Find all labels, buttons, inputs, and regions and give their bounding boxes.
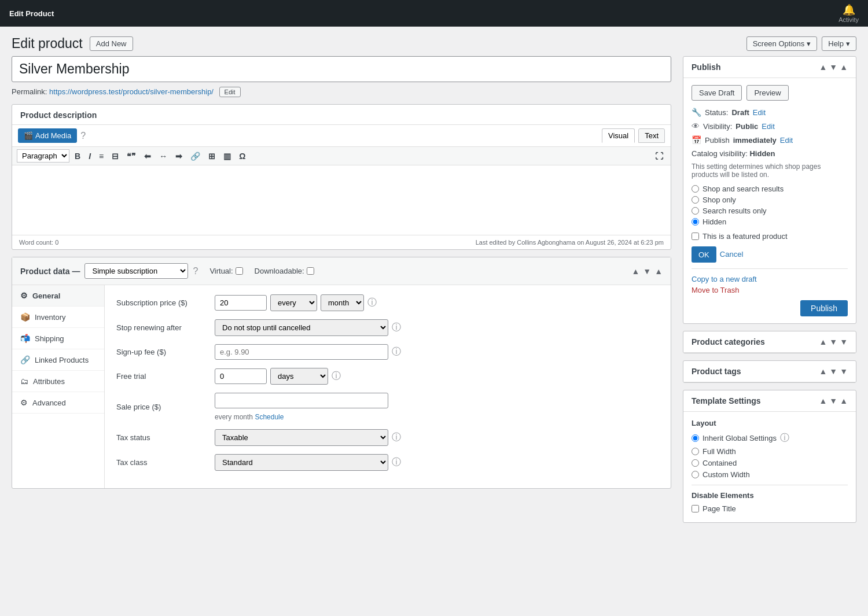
screen-options-button[interactable]: Screen Options ▾	[746, 36, 818, 51]
template-collapse-up[interactable]: ▲	[819, 396, 827, 405]
preview-button[interactable]: Preview	[746, 85, 788, 101]
downloadable-checkbox[interactable]	[307, 267, 314, 275]
paragraph-select[interactable]: Paragraph	[17, 149, 69, 163]
tab-advanced[interactable]: ⚙ Advanced	[12, 392, 104, 414]
tags-collapse-up[interactable]: ▲	[819, 367, 827, 376]
add-new-button[interactable]: Add New	[90, 36, 133, 51]
visual-tab[interactable]: Visual	[602, 128, 635, 143]
layout-full-width-radio[interactable]	[692, 448, 699, 455]
tax-status-label: Tax status	[116, 433, 209, 442]
product-data-tabs: ⚙ General 📦 Inventory 📬 Shipping 🔗 Linke…	[12, 285, 105, 488]
signup-fee-help-icon[interactable]: ⓘ	[392, 346, 401, 358]
cancel-link[interactable]: Cancel	[720, 246, 743, 263]
subscription-price-input[interactable]	[215, 295, 267, 311]
text-tab[interactable]: Text	[638, 128, 665, 143]
subscription-price-help-icon[interactable]: ⓘ	[367, 297, 377, 309]
align-right-button[interactable]: ➡	[172, 150, 185, 163]
publish-collapse-up[interactable]: ▲	[819, 62, 827, 72]
tab-inventory[interactable]: 📦 Inventory	[12, 307, 104, 328]
tab-attributes[interactable]: 🗂 Attributes	[12, 371, 104, 392]
layout-inherit-radio[interactable]	[692, 434, 699, 442]
link-button[interactable]: 🔗	[187, 150, 203, 163]
categories-collapse-up[interactable]: ▲	[819, 337, 827, 346]
add-media-button[interactable]: 🎬 Add Media	[18, 128, 77, 143]
tax-class-help-icon[interactable]: ⓘ	[392, 456, 401, 469]
unordered-list-button[interactable]: ≡	[96, 150, 106, 163]
tab-general[interactable]: ⚙ General	[12, 285, 104, 307]
bold-button[interactable]: B	[72, 150, 83, 163]
virtual-checkbox[interactable]	[236, 267, 243, 275]
ordered-list-button[interactable]: ⊟	[109, 150, 122, 163]
signup-fee-label: Sign-up fee ($)	[116, 348, 209, 356]
edit-permalink-button[interactable]: Edit	[219, 87, 241, 97]
radio-search-only-input[interactable]	[692, 207, 699, 215]
period-select[interactable]: month day week year	[321, 294, 364, 311]
publish-toggle[interactable]: ▲	[840, 62, 848, 72]
permalink-link[interactable]: https://wordpress.test/product/silver-me…	[49, 87, 214, 96]
categories-collapse-down[interactable]: ▼	[829, 337, 837, 346]
template-settings-body: Layout Inherit Global Settings ⓘ Full Wi…	[683, 412, 856, 522]
save-draft-button[interactable]: Save Draft	[692, 85, 742, 101]
italic-button[interactable]: I	[86, 150, 94, 163]
tags-collapse-down[interactable]: ▼	[829, 367, 837, 376]
stop-renewing-help-icon[interactable]: ⓘ	[392, 322, 401, 334]
collapse-down-button[interactable]: ▼	[643, 267, 651, 276]
toolbar-toggle-button[interactable]: ▥	[220, 150, 234, 163]
align-left-button[interactable]: ⬅	[141, 150, 154, 163]
editor-content[interactable]	[12, 165, 671, 235]
featured-product-row: This is a featured product	[692, 232, 848, 241]
layout-label: Layout	[692, 419, 848, 427]
layout-contained-radio[interactable]	[692, 459, 699, 467]
publish-time-edit-link[interactable]: Edit	[780, 136, 793, 145]
tags-toggle[interactable]: ▼	[840, 367, 848, 376]
free-trial-help-icon[interactable]: ⓘ	[332, 370, 341, 382]
help-icon-button[interactable]: ?	[80, 131, 86, 141]
categories-toggle[interactable]: ▼	[840, 337, 848, 346]
collapse-up-button[interactable]: ▲	[631, 267, 639, 276]
copy-draft-link[interactable]: Copy to a new draft	[692, 275, 848, 283]
radio-hidden-input[interactable]	[692, 218, 699, 226]
radio-shop-only-input[interactable]	[692, 196, 699, 204]
publish-collapse-down[interactable]: ▼	[829, 62, 837, 72]
blockquote-button[interactable]: ❝❞	[124, 150, 139, 163]
move-trash-link[interactable]: Move to Trash	[692, 286, 848, 294]
layout-custom-width-radio[interactable]	[692, 471, 699, 478]
schedule-link[interactable]: Schedule	[255, 413, 284, 421]
product-data-help-icon[interactable]: ?	[193, 266, 198, 276]
collapse-toggle-button[interactable]: ▲	[654, 267, 663, 276]
ok-button[interactable]: OK	[692, 246, 716, 263]
tab-shipping[interactable]: 📬 Shipping	[12, 328, 104, 349]
featured-checkbox[interactable]	[692, 233, 699, 240]
description-box: Product description 🎬 Add Media ? Visual…	[12, 104, 671, 250]
sale-price-input[interactable]	[215, 393, 388, 408]
trial-unit-select[interactable]: days weeks months	[270, 368, 328, 385]
activity-button[interactable]: 🔔 Activity	[838, 3, 859, 23]
product-type-select[interactable]: Simple subscription Simple product Varia…	[84, 263, 188, 279]
align-center-button[interactable]: ↔	[156, 150, 170, 163]
tax-status-select[interactable]: Taxable Shipping only None	[215, 429, 388, 446]
help-button[interactable]: Help ▾	[822, 36, 856, 51]
fullscreen-button[interactable]: ⛶	[652, 150, 666, 163]
free-trial-input[interactable]	[215, 368, 267, 384]
template-toggle[interactable]: ▲	[840, 396, 848, 405]
radio-shop-search-input[interactable]	[692, 185, 699, 193]
stop-renewing-select[interactable]: Do not stop until cancelled 1 month 2 mo…	[215, 319, 388, 336]
special-char-button[interactable]: Ω	[236, 150, 248, 163]
every-select[interactable]: every every 2 every 3	[270, 294, 317, 311]
radio-shop-only: Shop only	[692, 196, 848, 204]
publish-button[interactable]: Publish	[800, 300, 848, 316]
page-title-checkbox[interactable]	[692, 505, 699, 512]
insert-read-more-button[interactable]: ⊞	[205, 150, 218, 163]
product-title-input[interactable]	[12, 56, 671, 82]
status-edit-link[interactable]: Edit	[753, 108, 766, 117]
sale-price-hint: every month Schedule	[215, 413, 284, 421]
signup-fee-input[interactable]	[215, 344, 388, 360]
layout-help-icon[interactable]: ⓘ	[780, 432, 789, 444]
layout-custom-width: Custom Width	[692, 470, 848, 479]
product-categories-header: Product categories ▲ ▼ ▼	[683, 331, 856, 353]
tab-linked-products[interactable]: 🔗 Linked Products	[12, 349, 104, 371]
visibility-edit-link[interactable]: Edit	[762, 122, 774, 131]
tax-class-select[interactable]: Standard Reduced rate Zero rate	[215, 454, 388, 471]
tax-status-help-icon[interactable]: ⓘ	[392, 431, 401, 444]
template-collapse-down[interactable]: ▼	[829, 396, 837, 405]
